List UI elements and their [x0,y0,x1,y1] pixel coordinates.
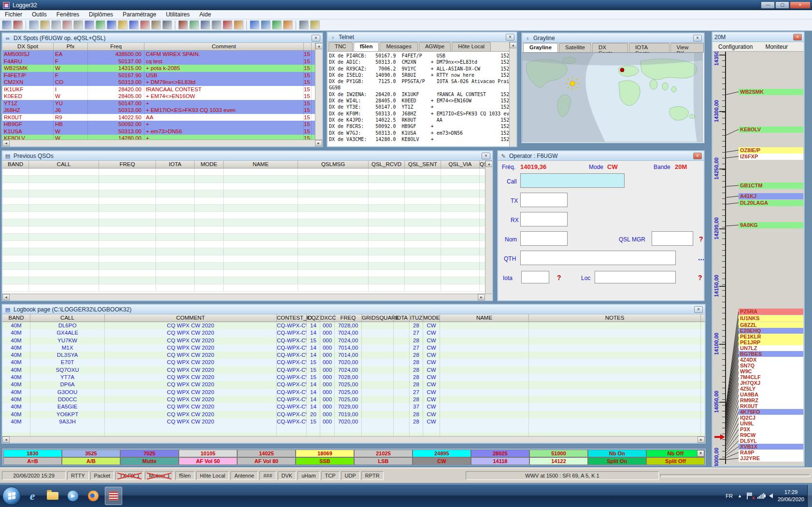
status-item-rtty[interactable]: RTTY [67,471,89,480]
scroll-right-icon[interactable]: ► [315,140,322,146]
status-item-moteur-1[interactable]: Moteur 1 [145,471,173,480]
bandmap-spot[interactable]: DL20LAGA [739,200,803,206]
lb-col-ituz[interactable]: ITUZ [410,314,423,322]
language-indicator[interactable]: FR [726,493,733,499]
dx-spots-hscrollbar[interactable]: ◄ ► [2,140,322,146]
toolbar-find-spot-icon[interactable] [29,20,39,29]
menu-item-fenêtres[interactable]: Fenêtres [52,11,84,18]
qth-lookup-button[interactable]: ... [698,254,704,262]
toolbar-copy-icon[interactable] [2,20,12,29]
table-row[interactable]: 40MM1XCQ WPX CW 2020CQ-WPX-CW140007014,0… [2,344,705,352]
dx-col-comment[interactable]: Comment [144,43,304,50]
pq-col-qsl_via[interactable]: QSL_VIA [441,161,480,168]
lb-col-iota[interactable]: IOTA [394,314,410,322]
logbook-titlebar[interactable]: ▤ Logbook page (C:\LOGGER32\LOGBOOK32) × [2,305,705,314]
pq-col-name[interactable]: NAME [224,161,298,168]
toolbar-cluster-db-icon[interactable] [250,20,259,29]
bandmap-spot[interactable]: JJ2YRE [739,455,803,462]
bandmap-spot[interactable]: A41KJ [739,193,803,199]
qsl-mgr-help-button[interactable]: ? [699,235,703,243]
lb-col-comment[interactable]: COMMENT [105,314,277,322]
toolbar-edit-note-icon[interactable] [40,20,50,29]
band-button-split-on[interactable]: Split On [588,457,646,465]
table-row[interactable]: YT1ZYU50147.00+15 [2,100,322,107]
band-button-14025[interactable]: 14025 [237,450,296,457]
table-row[interactable]: F4ARUF50137.00cq test15 [2,58,322,65]
bandmap-spot[interactable]: IU1NKS [739,315,803,322]
loc-help-button[interactable]: ? [698,274,702,282]
lb-col-notes[interactable]: NOTES [529,314,701,322]
toolbar-worked-grid-icon[interactable] [107,20,116,29]
pq-col-qsl_sent[interactable]: QSL_SENT [405,161,441,168]
table-row[interactable]: 40MDL6POCQ WPX CW 2020CQ-WPX-CW140007028… [2,322,705,329]
scroll-right-icon[interactable]: ► [478,294,485,300]
tx-rst-input[interactable] [520,193,568,207]
scroll-left-icon[interactable]: ◄ [2,294,10,300]
table-row[interactable]: RK0UTR914022.50AA15 [2,114,322,121]
bandmap-titlebar[interactable]: 20M × [712,32,804,42]
toolbar-go-compass-icon[interactable] [283,20,293,29]
dx-col-pfx[interactable]: Pfx [54,43,88,50]
table-row[interactable]: 40MDP6ACQ WPX CW 2020CQ-WPX-CW140007025,… [2,381,705,388]
pq-col-freq[interactable]: FREQ [99,161,156,168]
call-input[interactable] [520,173,625,188]
telnet-log[interactable]: DX de PI4RCB: 50167.9 F4FET/P USB 1527ZD… [328,52,516,143]
tab-iota-spots[interactable]: IOTA Spots [629,43,669,52]
operator-titlebar[interactable]: ✎ Operator : F6UGW × [498,151,704,161]
taskbar-item-media-player[interactable]: ▶ [64,487,82,505]
band-button-af-vol-50[interactable]: AF Vol 50 [179,457,237,465]
pq-col-band[interactable]: BAND [2,161,29,168]
menu-item-fichier[interactable]: Fichier [0,11,27,18]
logbook-hscrollbar[interactable]: ◄ ► [2,436,705,443]
status-item-rptr[interactable]: RPTR [361,471,384,480]
grayline-titlebar[interactable]: ♁ Grayline × [522,33,704,43]
band-button-1830[interactable]: 1830 [3,450,62,457]
qsl-mgr-input[interactable] [652,231,693,246]
status-item-hôte-local[interactable]: Hôte Local [196,471,229,480]
toolbar-chart-icon[interactable] [140,20,150,29]
tray-expand-icon[interactable]: ▲ [738,493,742,498]
bandmap-spot[interactable]: WB2SMK [739,89,803,95]
toolbar-notes-window-icon[interactable] [212,20,221,29]
menu-item-utilitaires[interactable]: Utilitaires [161,11,194,18]
lb-col-mode[interactable]: MODE [423,314,440,322]
tab-agwpe[interactable]: AGWpe [419,42,451,51]
band-button-nb-on[interactable]: Nb On [588,450,646,457]
logbook-close-icon[interactable]: × [694,306,703,313]
toolbar-cw-window-icon[interactable] [178,20,188,29]
toolbar-pie-stats-icon[interactable] [234,20,243,29]
lb-col-contest_id[interactable]: CONTEST_ID [277,314,307,322]
tab-tnc[interactable]: TNC [328,42,353,51]
taskbar-item-internet-explorer[interactable]: e [24,487,41,505]
iota-input[interactable] [521,271,549,283]
band-button-3525[interactable]: 3525 [62,450,120,457]
table-row[interactable]: WB2SMKW14315.00+ pota k-208515 [2,65,322,72]
dx-col-freq[interactable]: Freq [88,43,144,50]
toolbar-users-icon[interactable] [129,20,139,29]
volume-icon[interactable] [769,493,773,498]
pq-col-qsl_rcvd[interactable]: QSL_RCVD [369,161,405,168]
pq-col-mode[interactable]: MODE [195,161,224,168]
table-row[interactable]: 40MEA5GIECQ WPX CW 2020CQ-WPX-CW14000702… [2,403,705,410]
toolbar-awards-map-icon[interactable] [118,20,128,29]
previous-qsos-close-icon[interactable]: × [482,153,490,159]
taskbar-item-folder[interactable] [44,487,61,505]
signal-strength-icon[interactable] [757,493,764,499]
band-button-nb-off[interactable]: Nb Off [646,450,705,457]
pq-col-call[interactable]: CALL [29,161,99,168]
tab-f5len[interactable]: f5len [354,42,379,51]
table-row[interactable]: 40MYT7ACQ WPX CW 2020CQ-WPX-CW150007028,… [2,374,705,381]
bandmap-spot[interactable]: IZ6FXP [739,154,803,160]
tab-messages[interactable]: Messages [380,42,417,51]
scroll-left-icon[interactable]: ◄ [2,437,10,443]
menu-item-diplômes[interactable]: Diplômes [84,11,118,18]
toolbar-calculator-icon[interactable] [261,20,271,29]
band-button-cw[interactable]: CW [413,457,471,465]
table-row[interactable]: CM2XNCO50313.00+ DM79nx<>EL83td15 [2,79,322,86]
status-item-dvk[interactable]: DVK [278,471,297,480]
lb-col-cqz[interactable]: CQZ [307,314,320,322]
start-button[interactable] [2,487,21,505]
table-row[interactable]: HB9GFHB50092.00+15 [2,121,322,128]
menu-item-paramétrage[interactable]: Paramétrage [118,11,161,18]
lb-col-freq[interactable]: FREQ [335,314,362,322]
